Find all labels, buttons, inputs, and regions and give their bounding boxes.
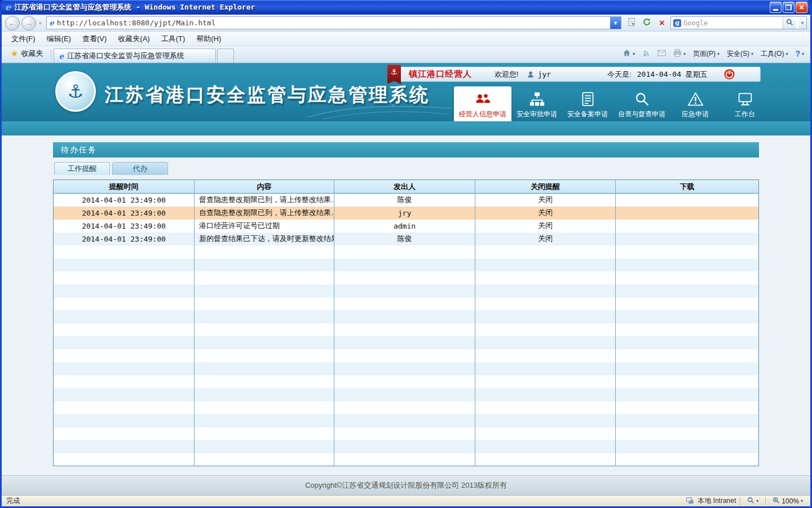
empty-cell	[195, 297, 334, 310]
maximize-restore-button[interactable]	[783, 2, 795, 13]
safety-dropdown-icon: ▾	[751, 51, 753, 56]
page-menu-button[interactable]: 页面(P) ▾	[690, 47, 722, 60]
nav-label: 工作台	[735, 110, 755, 119]
table-empty-row	[54, 414, 759, 427]
logout-button[interactable]	[723, 68, 735, 80]
home-button[interactable]: ▾	[620, 47, 638, 60]
menu-bar: 文件(F) 编辑(E) 查看(V) 收藏夹(A) 工具(T) 帮助(H)	[2, 32, 810, 46]
empty-cell	[616, 453, 759, 466]
address-bar[interactable]: e http://localhost:8080/yjpt/Main.html ▼	[46, 16, 621, 29]
document-icon	[579, 90, 596, 107]
table-row[interactable]: 2014-04-01 23:49:00督查隐患整改期限已到，请上传整改结果…陈俊…	[54, 194, 759, 207]
empty-cell	[54, 388, 195, 401]
search-input[interactable]: Google	[683, 19, 780, 27]
tab-agency[interactable]: 代办	[112, 162, 168, 175]
empty-cell	[475, 440, 616, 453]
navigation-toolbar: ← → ▾ e http://localhost:8080/yjpt/Main.…	[2, 15, 810, 32]
forward-button[interactable]: →	[21, 16, 36, 30]
nav-item-operator-info[interactable]: 经营人信息申请	[454, 86, 511, 121]
browser-tab-active[interactable]: e 江苏省港口安全监管与应急管理系统	[54, 49, 216, 63]
divider	[765, 497, 766, 505]
nav-label: 安全审批申请	[517, 110, 557, 119]
nav-item-self-inspection[interactable]: 自查与督查申请	[613, 86, 670, 121]
panel-tabs: 工作提醒 代办	[53, 162, 759, 175]
tools-menu-button[interactable]: 工具(O) ▾	[758, 47, 791, 60]
empty-cell	[475, 427, 616, 440]
table-row[interactable]: 2014-04-01 23:49:00新的督查结果已下达，请及时更新整改结果陈俊…	[54, 233, 759, 246]
port-logo: ⚓	[55, 71, 96, 112]
zoom-level-button[interactable]: 100% ▾	[770, 495, 806, 507]
cell-sender: 陈俊	[334, 194, 475, 207]
divider	[51, 50, 51, 61]
zoom-level-text: 100%	[782, 497, 799, 505]
warning-triangle-icon	[687, 90, 704, 107]
safety-menu-button[interactable]: 安全(S) ▾	[724, 47, 756, 60]
back-button[interactable]: ←	[5, 16, 20, 30]
empty-cell	[616, 323, 759, 336]
table-row[interactable]: 2014-04-01 23:49:00自查隐患整改期限已到，请上传整改结果…jr…	[54, 207, 759, 220]
table-row[interactable]: 2014-04-01 23:49:00港口经营许可证号已过期admin关闭	[54, 220, 759, 233]
close-reminder-link[interactable]: 关闭	[475, 220, 616, 233]
empty-cell	[334, 427, 475, 440]
address-dropdown[interactable]: ▼	[610, 17, 621, 29]
menu-view[interactable]: 查看(V)	[77, 32, 112, 46]
table-empty-row	[54, 427, 759, 440]
empty-cell	[475, 453, 616, 466]
compatibility-view-button[interactable]	[625, 16, 638, 30]
read-mail-button[interactable]	[655, 48, 669, 60]
table-empty-row	[54, 246, 759, 259]
empty-cell	[475, 310, 616, 323]
window-body: ← → ▾ e http://localhost:8080/yjpt/Main.…	[2, 15, 810, 506]
feeds-button[interactable]	[639, 47, 653, 60]
empty-cell	[54, 246, 195, 259]
cell-reminder-time: 2014-04-01 23:49:00	[54, 220, 195, 233]
menu-help[interactable]: 帮助(H)	[191, 32, 226, 46]
nav-item-emergency[interactable]: 应急申请	[670, 86, 720, 121]
nav-item-safety-approval[interactable]: 安全审批申请	[511, 86, 562, 121]
new-tab-stub[interactable]	[217, 49, 234, 63]
empty-cell	[54, 336, 195, 349]
help-button[interactable]: ? ▾	[792, 47, 807, 60]
empty-cell	[334, 349, 475, 362]
table-empty-row	[54, 440, 759, 453]
search-dropdown[interactable]: ▾	[798, 17, 806, 29]
user-info-bar: ⚓ 镇江港口经营人 欢迎您! jyr 今天是: 2014-04-04 星期五	[391, 67, 761, 82]
empty-cell	[475, 297, 616, 310]
close-button[interactable]: ×	[796, 2, 807, 13]
search-button[interactable]	[783, 17, 796, 29]
close-reminder-link[interactable]: 关闭	[475, 194, 616, 207]
empty-cell	[54, 414, 195, 427]
system-banner: ⚓ 江苏省港口安全监管与应急管理系统 ⚓ 镇江港口经营人 欢迎您! jyr 今天…	[2, 63, 810, 121]
cell-reminder-time: 2014-04-01 23:49:00	[54, 194, 195, 207]
url-text[interactable]: http://localhost:8080/yjpt/Main.html	[57, 19, 607, 27]
history-dropdown[interactable]: ▾	[38, 20, 43, 26]
nav-item-workbench[interactable]: 工作台	[720, 86, 770, 121]
empty-cell	[475, 388, 616, 401]
search-box[interactable]: g Google ▾	[670, 16, 807, 29]
stop-button[interactable]: ×	[655, 16, 669, 30]
empty-cell	[195, 362, 334, 375]
printer-icon	[673, 49, 682, 59]
tools-dropdown-icon: ▾	[785, 51, 788, 56]
header-reminder-time: 提醒时间	[54, 180, 195, 194]
tab-title: 江苏省港口安全监管与应急管理系统	[67, 51, 184, 61]
tab-work-reminder[interactable]: 工作提醒	[54, 162, 110, 175]
zoom-menu-button[interactable]: ▾	[744, 495, 761, 507]
favorites-button[interactable]: ★ 收藏夹	[5, 46, 48, 63]
nav-item-safety-filing[interactable]: 安全备案申请	[562, 86, 613, 121]
empty-cell	[54, 453, 195, 466]
menu-file[interactable]: 文件(F)	[6, 32, 41, 46]
welcome-label: 欢迎您!	[495, 69, 519, 80]
tools-menu-label: 工具(O)	[761, 49, 784, 59]
print-button[interactable]: ▾	[670, 47, 689, 60]
empty-cell	[334, 259, 475, 271]
refresh-button[interactable]	[640, 16, 654, 30]
close-reminder-link[interactable]: 关闭	[475, 207, 616, 220]
empty-cell	[195, 453, 334, 466]
menu-edit[interactable]: 编辑(E)	[42, 32, 76, 46]
menu-tools[interactable]: 工具(T)	[156, 32, 191, 46]
security-zone-label: 本地 Intranet	[698, 496, 736, 506]
minimize-button[interactable]	[770, 2, 782, 13]
menu-favorites[interactable]: 收藏夹(A)	[113, 32, 155, 46]
close-reminder-link[interactable]: 关闭	[475, 233, 616, 246]
